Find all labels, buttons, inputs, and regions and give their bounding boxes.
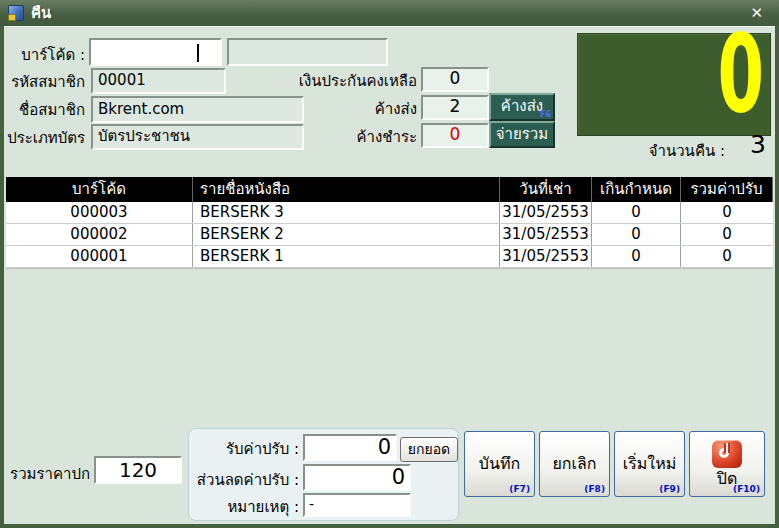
- overdue-field: 2: [421, 95, 489, 120]
- titlebar: คืน ✕: [0, 0, 779, 26]
- col-header-barcode: บาร์โค้ด: [6, 177, 193, 202]
- barcode-label: บาร์โค้ด :: [5, 45, 85, 65]
- return-display-panel: 0: [577, 33, 771, 136]
- client-area: บาร์โค้ด : รหัสสมาชิก 00001 ชื่อสมาชิก B…: [4, 26, 775, 524]
- table-header-row: บาร์โค้ด รายชื่อหนังสือ วันที่เช่า เกินก…: [6, 177, 773, 202]
- cancel-button[interactable]: ยกเลิก (F8): [539, 431, 610, 497]
- deposit-value: 0: [450, 68, 461, 88]
- member-name-value: Bkrent.com: [98, 100, 184, 118]
- close-button-hotkey: (F10): [733, 484, 760, 494]
- cell-rent-date: 31/05/2553: [500, 202, 592, 223]
- col-header-rent-date: วันที่เช่า: [500, 177, 592, 202]
- cell-barcode: 000002: [6, 224, 193, 245]
- fine-discount-value: 0: [392, 465, 405, 489]
- text-caret: [197, 44, 199, 62]
- cell-title: BERSERK 1: [193, 246, 500, 267]
- restart-button-hotkey: (F9): [659, 484, 680, 494]
- cell-overdue: 0: [592, 224, 681, 245]
- save-button-label: บันทึก: [479, 454, 520, 474]
- fine-discount-label: ส่วนลดค่าปรับ :: [193, 471, 299, 489]
- barcode-display-field: [227, 38, 388, 66]
- deposit-field: 0: [421, 67, 489, 92]
- overdue-button-hotkey: F6: [540, 110, 551, 119]
- total-price-label: รวมราคาปก: [8, 464, 90, 484]
- pay-total-button-label: จ่ายรวม: [496, 125, 548, 143]
- unpaid-field: 0: [421, 123, 489, 148]
- card-type-field: บัตรประชาชน: [91, 124, 304, 150]
- member-id-value: 00001: [98, 71, 146, 89]
- app-icon: [8, 5, 24, 21]
- carry-over-button-label: ยกยอด: [408, 441, 450, 457]
- window-title: คืน: [31, 1, 51, 25]
- return-count-label: จำนวนคืน :: [630, 141, 725, 161]
- fine-received-value: 0: [378, 435, 391, 459]
- fine-discount-input[interactable]: 0: [303, 464, 411, 491]
- overdue-button[interactable]: ค้างส่ง F6: [489, 93, 555, 121]
- overdue-button-label: ค้างส่ง: [501, 97, 543, 115]
- card-type-label: ประเภทบัตร: [5, 128, 85, 148]
- return-count-value: 3: [730, 131, 766, 159]
- cell-total-fine: 0: [681, 202, 773, 223]
- cell-rent-date: 31/05/2553: [500, 224, 592, 245]
- save-button[interactable]: บันทึก (F7): [464, 431, 535, 497]
- return-window: คืน ✕ บาร์โค้ด : รหัสสมาชิก 00001 ชื่อสม…: [0, 0, 779, 528]
- table-row[interactable]: 000002 BERSERK 2 31/05/2553 0 0: [6, 224, 773, 246]
- cell-barcode: 000001: [6, 246, 193, 267]
- save-button-hotkey: (F7): [509, 484, 530, 494]
- table-row[interactable]: 000001 BERSERK 1 31/05/2553 0 0: [6, 246, 773, 268]
- cell-total-fine: 0: [681, 246, 773, 267]
- cell-rent-date: 31/05/2553: [500, 246, 592, 267]
- pay-total-button[interactable]: จ่ายรวม: [489, 121, 555, 148]
- total-price-value: 120: [119, 458, 157, 482]
- member-name-field: Bkrent.com: [91, 96, 304, 123]
- cell-overdue: 0: [592, 202, 681, 223]
- cell-barcode: 000003: [6, 202, 193, 223]
- deposit-label: เงินประกันคงเหลือ: [280, 71, 417, 91]
- note-value: -: [309, 496, 314, 512]
- table-row[interactable]: 000003 BERSERK 3 31/05/2553 0 0: [6, 202, 773, 224]
- fine-received-label: รับค่าปรับ :: [199, 440, 299, 458]
- power-icon: [712, 440, 742, 468]
- unpaid-value: 0: [450, 124, 461, 144]
- restart-button[interactable]: เริ่มใหม่ (F9): [614, 431, 685, 497]
- cancel-button-label: ยกเลิก: [552, 454, 596, 474]
- cell-total-fine: 0: [681, 224, 773, 245]
- cell-overdue: 0: [592, 246, 681, 267]
- barcode-input[interactable]: [89, 38, 222, 66]
- overdue-label: ค้างส่ง: [280, 99, 417, 119]
- cell-title: BERSERK 2: [193, 224, 500, 245]
- member-name-label: ชื่อสมาชิก: [5, 100, 85, 120]
- note-input[interactable]: -: [303, 493, 411, 517]
- overdue-value: 2: [450, 96, 461, 116]
- col-header-title: รายชื่อหนังสือ: [193, 177, 500, 202]
- card-type-value: บัตรประชาชน: [98, 127, 190, 145]
- returned-items-table: บาร์โค้ด รายชื่อหนังสือ วันที่เช่า เกินก…: [6, 177, 773, 269]
- fine-panel: รับค่าปรับ : 0 ยกยอด ส่วนลดค่าปรับ : 0 ห…: [188, 428, 459, 521]
- display-value: 0: [717, 20, 764, 128]
- carry-over-button[interactable]: ยกยอด: [400, 437, 458, 462]
- member-id-field: 00001: [91, 68, 226, 94]
- unpaid-label: ค้างชำระ: [280, 127, 417, 147]
- cancel-button-hotkey: (F8): [584, 484, 605, 494]
- col-header-total-fine: รวมค่าปรับ: [681, 177, 773, 202]
- total-price-field: 120: [94, 456, 182, 484]
- member-id-label: รหัสสมาชิก: [5, 72, 85, 92]
- close-button[interactable]: ปิด (F10): [689, 431, 765, 497]
- note-label: หมายเหตุ :: [199, 498, 299, 516]
- restart-button-label: เริ่มใหม่: [623, 454, 677, 474]
- cell-title: BERSERK 3: [193, 202, 500, 223]
- fine-received-input[interactable]: 0: [303, 434, 397, 461]
- col-header-overdue: เกินกำหนด: [592, 177, 681, 202]
